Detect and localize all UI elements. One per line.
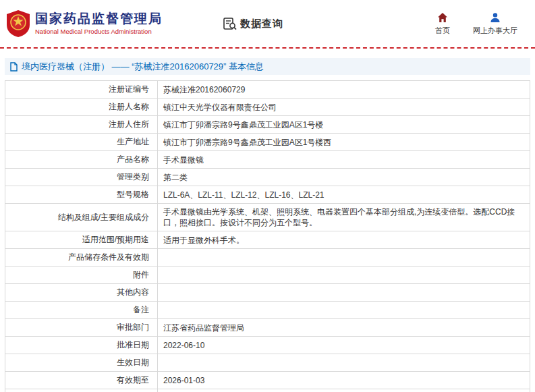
row-value [158, 389, 530, 392]
row-value: 镇江市丁卯潘宗路9号鑫鼎茂工业园A区1号楼西 [158, 134, 530, 151]
table-row: 变更情况 [5, 389, 530, 392]
row-label: 适用范围/预期用途 [5, 231, 158, 249]
table-row: 备注 [5, 302, 530, 319]
row-label: 结构及组成/主要组成成分 [5, 204, 158, 231]
row-value [158, 249, 530, 267]
data-query-label: 数据查询 [240, 18, 283, 30]
row-value: 手术显微镜 [158, 151, 530, 169]
row-label: 批准日期 [5, 337, 158, 354]
table-row: 审批部门江苏省药品监督管理局 [5, 319, 530, 337]
page-title: 境内医疗器械（注册） —— “苏械注准20162060729” 基本信息 [22, 61, 264, 73]
table-row: 产品名称手术显微镜 [5, 151, 530, 169]
row-value: 镇江市丁卯潘宗路9号鑫鼎茂工业园A区1号楼 [158, 116, 530, 134]
home-icon [437, 12, 448, 23]
table-row: 注册人住所镇江市丁卯潘宗路9号鑫鼎茂工业园A区1号楼 [5, 116, 530, 134]
table-row: 注册证编号苏械注准20162060729 [5, 81, 530, 99]
row-value: 第二类 [158, 169, 530, 186]
row-label: 型号规格 [5, 186, 158, 204]
table-row: 生效日期 [5, 354, 530, 372]
table-row: 附件 [5, 267, 530, 284]
row-label: 生效日期 [5, 354, 158, 372]
nav-home[interactable]: 首页 [435, 12, 450, 36]
row-value: 2022-06-10 [158, 337, 530, 354]
row-value [158, 267, 530, 284]
table-row: 有效期至2026-01-03 [5, 372, 530, 389]
row-label: 产品名称 [5, 151, 158, 169]
row-label: 备注 [5, 302, 158, 319]
row-label: 附件 [5, 267, 158, 284]
nav-service-hall[interactable]: 网上办事大厅 [473, 12, 517, 36]
row-label: 管理类别 [5, 169, 158, 186]
top-nav: 首页 网上办事大厅 [435, 12, 517, 36]
row-value: 苏械注准20162060729 [158, 81, 530, 99]
row-label: 产品储存条件及有效期 [5, 249, 158, 267]
table-row: 生产地址镇江市丁卯潘宗路9号鑫鼎茂工业园A区1号楼西 [5, 134, 530, 151]
info-table-body: 注册证编号苏械注准20162060729注册人名称镇江中天光学仪器有限责任公司注… [5, 81, 530, 392]
nav-service-hall-label: 网上办事大厅 [473, 26, 517, 36]
table-row: 结构及组成/主要组成成分手术显微镜由光学系统、机架、照明系统、电器装置四个基本部… [5, 204, 530, 231]
row-value [158, 302, 530, 319]
row-value: 江苏省药品监督管理局 [158, 319, 530, 337]
document-icon [9, 62, 18, 72]
row-value: 2026-01-03 [158, 372, 530, 389]
nav-home-label: 首页 [435, 26, 450, 36]
row-label: 注册人名称 [5, 99, 158, 116]
table-row: 注册人名称镇江中天光学仪器有限责任公司 [5, 99, 530, 116]
table-row: 其他内容 [5, 284, 530, 302]
registration-info-table: 注册证编号苏械注准20162060729注册人名称镇江中天光学仪器有限责任公司注… [5, 80, 530, 392]
header-divider [0, 47, 535, 49]
row-label: 生产地址 [5, 134, 158, 151]
site-header: 国家药品监督管理局 National Medical Products Admi… [0, 0, 535, 47]
data-query-icon [223, 17, 237, 30]
row-label: 注册证编号 [5, 81, 158, 99]
row-value [158, 354, 530, 372]
row-value: LZL-6A、LZL-11、LZL-12、LZL-16、LZL-21 [158, 186, 530, 204]
row-value: 镇江中天光学仪器有限责任公司 [158, 99, 530, 116]
table-row: 管理类别第二类 [5, 169, 530, 186]
row-value [158, 284, 530, 302]
row-label: 变更情况 [5, 389, 158, 392]
national-emblem-icon [7, 10, 30, 37]
data-query-tab[interactable]: 数据查询 [223, 17, 283, 30]
row-value: 适用于显微外科手术。 [158, 231, 530, 249]
table-row: 批准日期2022-06-10 [5, 337, 530, 354]
table-row: 型号规格LZL-6A、LZL-11、LZL-12、LZL-16、LZL-21 [5, 186, 530, 204]
table-row: 适用范围/预期用途适用于显微外科手术。 [5, 231, 530, 249]
person-icon [490, 12, 501, 23]
agency-name-cn: 国家药品监督管理局 [35, 11, 163, 26]
row-label: 审批部门 [5, 319, 158, 337]
row-value: 手术显微镜由光学系统、机架、照明系统、电器装置四个基本部分组成,为连续变倍型。选… [158, 204, 530, 231]
row-label: 注册人住所 [5, 116, 158, 134]
row-label: 其他内容 [5, 284, 158, 302]
page-title-bar: 境内医疗器械（注册） —— “苏械注准20162060729” 基本信息 [5, 58, 530, 75]
table-row: 产品储存条件及有效期 [5, 249, 530, 267]
row-label: 有效期至 [5, 372, 158, 389]
agency-name-en: National Medical Products Administration [35, 28, 163, 36]
agency-logo-block[interactable]: 国家药品监督管理局 National Medical Products Admi… [7, 10, 163, 37]
